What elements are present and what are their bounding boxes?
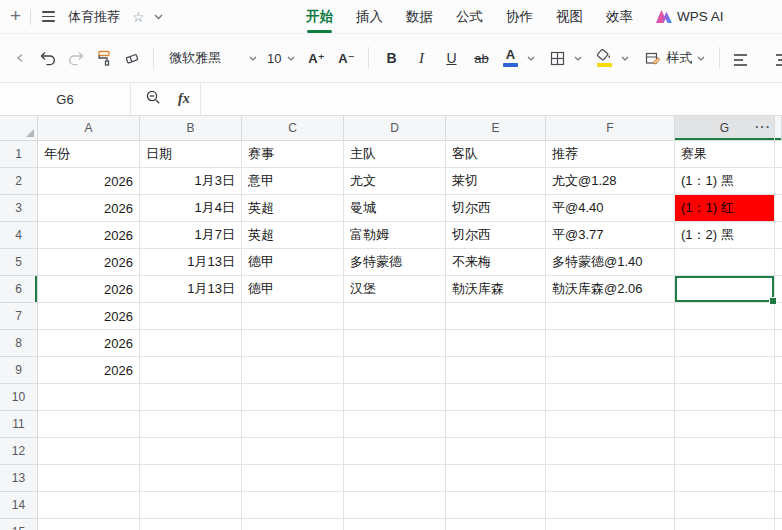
cell-F11[interactable]	[546, 411, 675, 438]
underline-button[interactable]: U	[436, 43, 466, 73]
cell-B5[interactable]: 1月13日	[140, 249, 242, 276]
column-header-G[interactable]: G···	[675, 116, 775, 141]
cell-C10[interactable]	[242, 384, 344, 411]
cell-B13[interactable]	[140, 465, 242, 492]
cell-E6[interactable]: 勒沃库森	[446, 276, 546, 303]
cell-F5[interactable]: 多特蒙德@1.40	[546, 249, 675, 276]
cell-D6[interactable]: 汉堡	[344, 276, 446, 303]
cell-F4[interactable]: 平@3.77	[546, 222, 675, 249]
font-name-select[interactable]: 微软雅黑	[161, 44, 261, 72]
cell-A6[interactable]: 2026	[38, 276, 140, 303]
collapse-toolbar-button[interactable]	[6, 43, 34, 73]
menu-tab[interactable]: 视图	[556, 8, 583, 26]
column-header-E[interactable]: E	[446, 116, 546, 141]
cell-A8[interactable]: 2026	[38, 330, 140, 357]
cell-A3[interactable]: 2026	[38, 195, 140, 222]
row-header-13[interactable]: 13	[0, 465, 38, 492]
cell-D11[interactable]	[344, 411, 446, 438]
fill-handle[interactable]	[769, 297, 777, 305]
column-header-B[interactable]: B	[140, 116, 242, 141]
cell-E14[interactable]	[446, 492, 546, 519]
title-chevron-down-icon[interactable]	[154, 14, 163, 20]
cell-A2[interactable]: 2026	[38, 168, 140, 195]
format-painter-button[interactable]	[90, 43, 118, 73]
menu-tab[interactable]: 插入	[356, 8, 383, 26]
cell-B2[interactable]: 1月3日	[140, 168, 242, 195]
align-center-button[interactable]	[768, 44, 782, 74]
cell-A12[interactable]	[38, 438, 140, 465]
cell-D10[interactable]	[344, 384, 446, 411]
cell-D9[interactable]	[344, 357, 446, 384]
cell-F3[interactable]: 平@4.40	[546, 195, 675, 222]
font-color-button[interactable]: A	[496, 43, 524, 73]
cell-A9[interactable]: 2026	[38, 357, 140, 384]
cell-C9[interactable]	[242, 357, 344, 384]
row-header-4[interactable]: 4	[0, 222, 38, 249]
cell-D3[interactable]: 曼城	[344, 195, 446, 222]
styles-dropdown[interactable]	[697, 56, 705, 61]
cell-D1[interactable]: 主队	[344, 141, 446, 168]
cell-C1[interactable]: 赛事	[242, 141, 344, 168]
cell-G7[interactable]	[675, 303, 775, 330]
cell-D13[interactable]	[344, 465, 446, 492]
fill-color-dropdown[interactable]	[621, 56, 629, 61]
menu-tab[interactable]: 数据	[406, 8, 433, 26]
align-top-button[interactable]	[726, 44, 754, 74]
cell-G9[interactable]	[675, 357, 775, 384]
cell-E5[interactable]: 不来梅	[446, 249, 546, 276]
cell-C11[interactable]	[242, 411, 344, 438]
row-header-3[interactable]: 3	[0, 195, 38, 222]
cell-G2[interactable]: (1：1) 黑	[675, 168, 775, 195]
cell-A14[interactable]	[38, 492, 140, 519]
cell-G15[interactable]	[675, 519, 775, 530]
cell-F7[interactable]	[546, 303, 675, 330]
row-header-14[interactable]: 14	[0, 492, 38, 519]
redo-button[interactable]	[62, 43, 90, 73]
cell-B1[interactable]: 日期	[140, 141, 242, 168]
cell-G8[interactable]	[675, 330, 775, 357]
italic-button[interactable]: I	[406, 43, 436, 73]
cell-F2[interactable]: 尤文@1.28	[546, 168, 675, 195]
borders-button[interactable]	[543, 43, 571, 73]
cell-E1[interactable]: 客队	[446, 141, 546, 168]
cell-A4[interactable]: 2026	[38, 222, 140, 249]
row-header-5[interactable]: 5	[0, 249, 38, 276]
cell-E7[interactable]	[446, 303, 546, 330]
cell-C4[interactable]: 英超	[242, 222, 344, 249]
cell-A11[interactable]	[38, 411, 140, 438]
cell-C15[interactable]	[242, 519, 344, 530]
cell-F1[interactable]: 推荐	[546, 141, 675, 168]
cell-E12[interactable]	[446, 438, 546, 465]
cell-A10[interactable]	[38, 384, 140, 411]
increase-font-button[interactable]: A⁺	[301, 43, 331, 73]
row-header-15[interactable]: 15	[0, 519, 38, 530]
cell-C7[interactable]	[242, 303, 344, 330]
undo-button[interactable]	[34, 43, 62, 73]
row-header-11[interactable]: 11	[0, 411, 38, 438]
row-header-10[interactable]: 10	[0, 384, 38, 411]
cell-B11[interactable]	[140, 411, 242, 438]
row-header-2[interactable]: 2	[0, 168, 38, 195]
cell-C13[interactable]	[242, 465, 344, 492]
cell-B7[interactable]	[140, 303, 242, 330]
cell-F13[interactable]	[546, 465, 675, 492]
cell-styles-button[interactable]: 样式	[644, 49, 705, 67]
cell-F14[interactable]	[546, 492, 675, 519]
favorite-star-icon[interactable]: ☆	[132, 9, 145, 25]
cell-C5[interactable]: 德甲	[242, 249, 344, 276]
cell-B6[interactable]: 1月13日	[140, 276, 242, 303]
cell-G14[interactable]	[675, 492, 775, 519]
cell-E4[interactable]: 切尔西	[446, 222, 546, 249]
cell-E15[interactable]	[446, 519, 546, 530]
cell-D15[interactable]	[344, 519, 446, 530]
cell-B15[interactable]	[140, 519, 242, 530]
cell-B3[interactable]: 1月4日	[140, 195, 242, 222]
cell-B8[interactable]	[140, 330, 242, 357]
cell-D14[interactable]	[344, 492, 446, 519]
cell-G1[interactable]: 赛果	[675, 141, 775, 168]
cell-B9[interactable]	[140, 357, 242, 384]
cell-G11[interactable]	[675, 411, 775, 438]
decrease-font-button[interactable]: A⁻	[331, 43, 361, 73]
insert-function-button[interactable]: fx	[178, 91, 190, 107]
cell-G12[interactable]	[675, 438, 775, 465]
